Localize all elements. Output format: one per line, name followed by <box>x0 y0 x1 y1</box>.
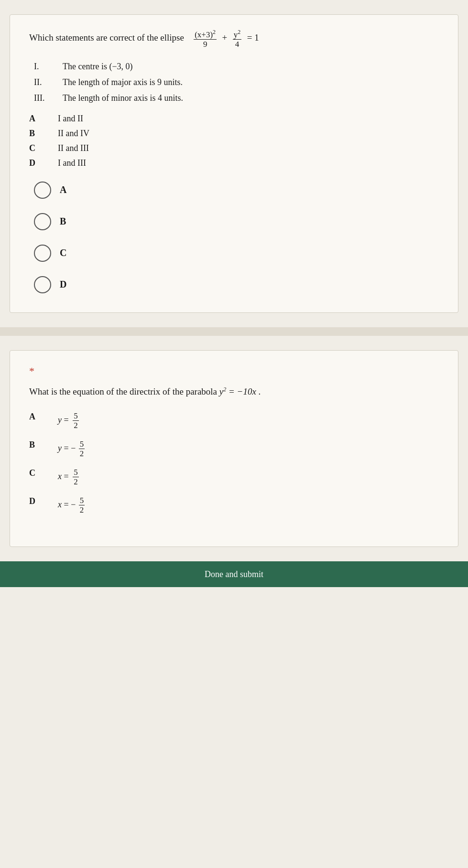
radio-choice-C[interactable]: C <box>34 245 439 262</box>
q2-fraction-B-num: 5 <box>79 440 85 449</box>
question-2-block: * What is the equation of the directrix … <box>10 350 458 547</box>
option-D-label: D <box>29 158 58 168</box>
option-A-text: I and II <box>58 114 439 124</box>
q2-option-D-label: D <box>29 496 58 506</box>
statement-2-text: The length of major axis is 9 units. <box>63 77 439 87</box>
statement-1: I. The centre is (−3, 0) <box>34 62 439 72</box>
fraction-2-numerator: y2 <box>233 29 242 40</box>
fraction-2: y2 4 <box>233 29 242 48</box>
q2-option-C-label: C <box>29 468 58 478</box>
q2-option-B-text: y = − 5 2 <box>58 440 439 458</box>
q2-fraction-D-num: 5 <box>79 496 85 505</box>
q2-fraction-B: 5 2 <box>79 440 85 458</box>
option-C-text: II and III <box>58 143 439 153</box>
radio-circle-D[interactable] <box>34 276 51 293</box>
statement-2: II. The length of major axis is 9 units. <box>34 77 439 87</box>
q2-options-list: A y = 5 2 B y = − 5 2 C x = <box>29 412 439 514</box>
q2-option-A-text: y = 5 2 <box>58 412 439 429</box>
radio-choice-D-label: D <box>60 279 66 290</box>
radio-choice-D[interactable]: D <box>34 276 439 293</box>
q2-fraction-A: 5 2 <box>73 412 79 429</box>
option-C: C II and III <box>29 143 439 153</box>
parabola-formula: y2 = −10x <box>219 386 256 396</box>
option-A: A I and II <box>29 114 439 124</box>
q2-option-D: D x = − 5 2 <box>29 496 439 514</box>
radio-choice-B-label: B <box>60 216 66 227</box>
radio-choices: A B C D <box>29 182 439 293</box>
statement-2-label: II. <box>34 77 63 87</box>
q2-option-A: A y = 5 2 <box>29 412 439 429</box>
statement-3-text: The length of minor axis is 4 units. <box>63 93 439 103</box>
required-star: * <box>29 365 439 377</box>
option-D: D I and III <box>29 158 439 168</box>
radio-choice-B[interactable]: B <box>34 213 439 230</box>
statement-1-label: I. <box>34 62 63 72</box>
q2-fraction-C-num: 5 <box>73 468 79 477</box>
option-D-text: I and III <box>58 158 439 168</box>
question-1-intro: Which statements are correct of the elli… <box>29 32 184 43</box>
question-2-intro: What is the equation of the directrix of… <box>29 386 219 396</box>
fraction-1-denominator: 9 <box>202 40 208 48</box>
q2-fraction-A-num: 5 <box>73 412 79 421</box>
radio-circle-A[interactable] <box>34 182 51 199</box>
fraction-1-numerator: (x+3)2 <box>194 29 217 40</box>
radio-choice-A-label: A <box>60 184 66 195</box>
q2-option-B: B y = − 5 2 <box>29 440 439 458</box>
q2-option-C: C x = 5 2 <box>29 468 439 486</box>
statement-3: III. The length of minor axis is 4 units… <box>34 93 439 103</box>
q2-fraction-C: 5 2 <box>73 468 79 486</box>
statement-1-text: The centre is (−3, 0) <box>63 62 439 72</box>
q2-option-D-text: x = − 5 2 <box>58 496 439 514</box>
q2-option-C-text: x = 5 2 <box>58 468 439 486</box>
radio-circle-B[interactable] <box>34 213 51 230</box>
question-2-text: What is the equation of the directrix of… <box>29 385 439 399</box>
option-B-label: B <box>29 129 58 139</box>
ellipse-formula: (x+3)2 9 + y2 4 = 1 <box>193 29 259 48</box>
options-list: A I and II B II and IV C II and III D I … <box>29 114 439 168</box>
option-A-label: A <box>29 114 58 124</box>
question-1-block: Which statements are correct of the elli… <box>10 14 458 313</box>
bottom-bar[interactable]: Done and submit <box>0 561 468 587</box>
radio-choice-A[interactable]: A <box>34 182 439 199</box>
bottom-bar-label: Done and submit <box>205 569 263 579</box>
q2-fraction-D: 5 2 <box>79 496 85 514</box>
option-B-text: II and IV <box>58 129 439 139</box>
statement-3-label: III. <box>34 93 63 103</box>
question-2-period: . <box>259 386 261 396</box>
fraction-1: (x+3)2 9 <box>194 29 217 48</box>
section-separator <box>0 327 468 336</box>
q2-fraction-B-den: 2 <box>79 449 85 458</box>
option-B: B II and IV <box>29 129 439 139</box>
statements-list: I. The centre is (−3, 0) II. The length … <box>29 62 439 103</box>
option-C-label: C <box>29 143 58 153</box>
radio-circle-C[interactable] <box>34 245 51 262</box>
q2-fraction-A-den: 2 <box>73 421 79 429</box>
q2-fraction-C-den: 2 <box>73 477 79 486</box>
fraction-2-denominator: 4 <box>234 40 240 48</box>
q2-fraction-D-den: 2 <box>79 505 85 514</box>
q2-option-A-label: A <box>29 412 58 422</box>
question-1-text: Which statements are correct of the elli… <box>29 29 439 48</box>
radio-choice-C-label: C <box>60 247 66 258</box>
q2-option-B-label: B <box>29 440 58 450</box>
